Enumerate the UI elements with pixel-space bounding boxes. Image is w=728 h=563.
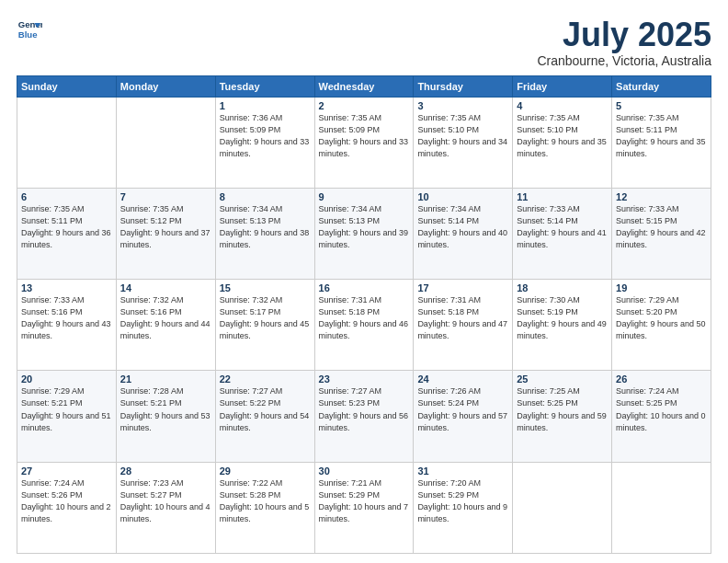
day-info: Sunrise: 7:35 AM Sunset: 5:11 PM Dayligh… — [21, 203, 112, 251]
weekday-header-saturday: Saturday — [612, 75, 711, 97]
day-cell: 20Sunrise: 7:29 AM Sunset: 5:21 PM Dayli… — [17, 371, 117, 462]
day-cell: 17Sunrise: 7:31 AM Sunset: 5:18 PM Dayli… — [414, 280, 513, 371]
day-cell — [513, 462, 612, 553]
day-info: Sunrise: 7:34 AM Sunset: 5:13 PM Dayligh… — [319, 203, 410, 251]
day-info: Sunrise: 7:26 AM Sunset: 5:24 PM Dayligh… — [417, 385, 508, 433]
day-cell: 8Sunrise: 7:34 AM Sunset: 5:13 PM Daylig… — [215, 188, 314, 279]
day-cell: 23Sunrise: 7:27 AM Sunset: 5:23 PM Dayli… — [314, 371, 414, 462]
day-cell: 11Sunrise: 7:33 AM Sunset: 5:14 PM Dayli… — [513, 188, 612, 279]
day-cell: 27Sunrise: 7:24 AM Sunset: 5:26 PM Dayli… — [17, 462, 117, 553]
day-cell: 10Sunrise: 7:34 AM Sunset: 5:14 PM Dayli… — [414, 188, 513, 279]
day-info: Sunrise: 7:35 AM Sunset: 5:09 PM Dayligh… — [319, 112, 410, 160]
day-cell: 25Sunrise: 7:25 AM Sunset: 5:25 PM Dayli… — [513, 371, 612, 462]
day-info: Sunrise: 7:35 AM Sunset: 5:10 PM Dayligh… — [417, 112, 508, 160]
day-number: 27 — [21, 465, 112, 477]
day-info: Sunrise: 7:34 AM Sunset: 5:13 PM Dayligh… — [220, 203, 311, 251]
day-number: 19 — [616, 282, 707, 293]
day-cell: 1Sunrise: 7:36 AM Sunset: 5:09 PM Daylig… — [215, 97, 314, 188]
day-number: 16 — [319, 282, 410, 293]
day-info: Sunrise: 7:31 AM Sunset: 5:18 PM Dayligh… — [319, 294, 410, 342]
day-number: 4 — [517, 100, 608, 111]
day-info: Sunrise: 7:29 AM Sunset: 5:20 PM Dayligh… — [616, 294, 707, 342]
day-number: 8 — [220, 191, 311, 202]
day-info: Sunrise: 7:20 AM Sunset: 5:29 PM Dayligh… — [417, 477, 508, 525]
day-cell: 30Sunrise: 7:21 AM Sunset: 5:29 PM Dayli… — [314, 462, 414, 553]
day-info: Sunrise: 7:24 AM Sunset: 5:25 PM Dayligh… — [616, 385, 707, 433]
calendar: SundayMondayTuesdayWednesdayThursdayFrid… — [17, 75, 711, 554]
svg-text:Blue: Blue — [18, 29, 38, 40]
weekday-header-row: SundayMondayTuesdayWednesdayThursdayFrid… — [17, 75, 711, 97]
day-cell: 31Sunrise: 7:20 AM Sunset: 5:29 PM Dayli… — [414, 462, 513, 553]
day-number: 3 — [417, 100, 508, 111]
day-cell: 28Sunrise: 7:23 AM Sunset: 5:27 PM Dayli… — [116, 462, 215, 553]
day-number: 13 — [21, 282, 112, 293]
weekday-header-friday: Friday — [513, 75, 612, 97]
day-info: Sunrise: 7:36 AM Sunset: 5:09 PM Dayligh… — [220, 112, 311, 160]
day-number: 29 — [220, 465, 311, 477]
day-number: 22 — [220, 373, 311, 385]
day-cell: 4Sunrise: 7:35 AM Sunset: 5:10 PM Daylig… — [513, 97, 612, 188]
day-number: 11 — [517, 191, 608, 202]
month-title: July 2025 — [537, 17, 711, 53]
day-number: 24 — [417, 373, 508, 385]
day-info: Sunrise: 7:35 AM Sunset: 5:11 PM Dayligh… — [616, 112, 707, 160]
day-info: Sunrise: 7:31 AM Sunset: 5:18 PM Dayligh… — [417, 294, 508, 342]
day-info: Sunrise: 7:24 AM Sunset: 5:26 PM Dayligh… — [21, 477, 112, 525]
day-number: 14 — [120, 282, 211, 293]
day-info: Sunrise: 7:33 AM Sunset: 5:16 PM Dayligh… — [21, 294, 112, 342]
day-cell: 29Sunrise: 7:22 AM Sunset: 5:28 PM Dayli… — [215, 462, 314, 553]
header: General Blue July 2025 Cranbourne, Victo… — [17, 17, 711, 68]
day-number: 25 — [517, 373, 608, 385]
week-row-2: 6Sunrise: 7:35 AM Sunset: 5:11 PM Daylig… — [17, 188, 711, 279]
week-row-5: 27Sunrise: 7:24 AM Sunset: 5:26 PM Dayli… — [17, 462, 711, 553]
day-number: 28 — [120, 465, 211, 477]
day-cell: 15Sunrise: 7:32 AM Sunset: 5:17 PM Dayli… — [215, 280, 314, 371]
day-number: 2 — [319, 100, 410, 111]
day-number: 18 — [517, 282, 608, 293]
logo-icon: General Blue — [17, 17, 42, 42]
day-cell: 18Sunrise: 7:30 AM Sunset: 5:19 PM Dayli… — [513, 280, 612, 371]
day-cell: 9Sunrise: 7:34 AM Sunset: 5:13 PM Daylig… — [314, 188, 414, 279]
day-number: 9 — [319, 191, 410, 202]
weekday-header-wednesday: Wednesday — [314, 75, 414, 97]
day-info: Sunrise: 7:35 AM Sunset: 5:12 PM Dayligh… — [120, 203, 211, 251]
day-number: 17 — [417, 282, 508, 293]
day-cell: 5Sunrise: 7:35 AM Sunset: 5:11 PM Daylig… — [612, 97, 711, 188]
day-cell: 7Sunrise: 7:35 AM Sunset: 5:12 PM Daylig… — [116, 188, 215, 279]
day-info: Sunrise: 7:34 AM Sunset: 5:14 PM Dayligh… — [417, 203, 508, 251]
day-number: 20 — [21, 373, 112, 385]
day-info: Sunrise: 7:33 AM Sunset: 5:14 PM Dayligh… — [517, 203, 608, 251]
day-info: Sunrise: 7:33 AM Sunset: 5:15 PM Dayligh… — [616, 203, 707, 251]
day-info: Sunrise: 7:23 AM Sunset: 5:27 PM Dayligh… — [120, 477, 211, 525]
title-block: July 2025 Cranbourne, Victoria, Australi… — [537, 17, 711, 68]
day-cell: 12Sunrise: 7:33 AM Sunset: 5:15 PM Dayli… — [612, 188, 711, 279]
day-number: 6 — [21, 191, 112, 202]
day-cell — [17, 97, 117, 188]
day-info: Sunrise: 7:35 AM Sunset: 5:10 PM Dayligh… — [517, 112, 608, 160]
day-number: 1 — [220, 100, 311, 111]
weekday-header-thursday: Thursday — [414, 75, 513, 97]
day-cell: 16Sunrise: 7:31 AM Sunset: 5:18 PM Dayli… — [314, 280, 414, 371]
weekday-header-tuesday: Tuesday — [215, 75, 314, 97]
day-cell: 22Sunrise: 7:27 AM Sunset: 5:22 PM Dayli… — [215, 371, 314, 462]
day-info: Sunrise: 7:28 AM Sunset: 5:21 PM Dayligh… — [120, 385, 211, 433]
day-cell: 21Sunrise: 7:28 AM Sunset: 5:21 PM Dayli… — [116, 371, 215, 462]
day-cell: 6Sunrise: 7:35 AM Sunset: 5:11 PM Daylig… — [17, 188, 117, 279]
day-info: Sunrise: 7:22 AM Sunset: 5:28 PM Dayligh… — [220, 477, 311, 525]
location: Cranbourne, Victoria, Australia — [537, 53, 711, 68]
day-number: 5 — [616, 100, 707, 111]
day-cell: 13Sunrise: 7:33 AM Sunset: 5:16 PM Dayli… — [17, 280, 117, 371]
day-info: Sunrise: 7:21 AM Sunset: 5:29 PM Dayligh… — [319, 477, 410, 525]
day-cell: 26Sunrise: 7:24 AM Sunset: 5:25 PM Dayli… — [612, 371, 711, 462]
day-cell: 2Sunrise: 7:35 AM Sunset: 5:09 PM Daylig… — [314, 97, 414, 188]
day-cell — [116, 97, 215, 188]
day-info: Sunrise: 7:29 AM Sunset: 5:21 PM Dayligh… — [21, 385, 112, 433]
day-number: 23 — [319, 373, 410, 385]
day-info: Sunrise: 7:27 AM Sunset: 5:23 PM Dayligh… — [319, 385, 410, 433]
day-info: Sunrise: 7:32 AM Sunset: 5:17 PM Dayligh… — [220, 294, 311, 342]
day-cell: 19Sunrise: 7:29 AM Sunset: 5:20 PM Dayli… — [612, 280, 711, 371]
day-number: 12 — [616, 191, 707, 202]
day-info: Sunrise: 7:32 AM Sunset: 5:16 PM Dayligh… — [120, 294, 211, 342]
day-number: 21 — [120, 373, 211, 385]
day-info: Sunrise: 7:27 AM Sunset: 5:22 PM Dayligh… — [220, 385, 311, 433]
